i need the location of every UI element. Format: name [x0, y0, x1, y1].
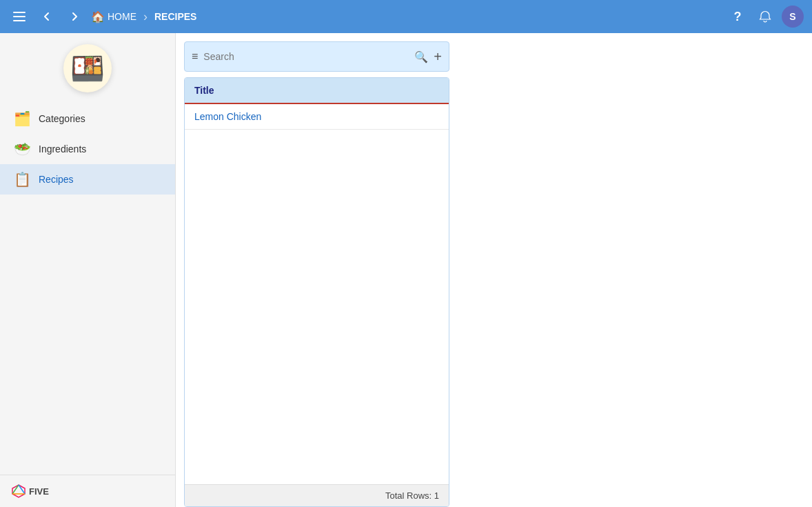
filter-icon[interactable]: ≡ — [192, 50, 198, 63]
table-header: Title — [185, 78, 449, 104]
sidebar-nav: 🗂️ Categories 🥗 Ingredients 📋 Recipes — [0, 103, 175, 475]
search-bar: ≡ 🔍 + — [184, 41, 449, 72]
sidebar-item-label-categories: Categories — [39, 113, 85, 124]
svg-rect-1 — [13, 16, 26, 17]
recipes-icon: 📋 — [14, 171, 30, 188]
total-rows-label: Total Rows: 1 — [385, 490, 439, 501]
search-icon[interactable]: 🔍 — [414, 50, 428, 63]
home-label: HOME — [108, 11, 136, 22]
home-icon: 🏠 — [91, 10, 105, 23]
recipes-table: Title Lemon Chicken Total Rows: 1 — [184, 77, 449, 507]
five-brand-label: FIVE — [29, 486, 49, 497]
app-logo-emoji: 🍱 — [70, 52, 105, 85]
column-title: Title — [185, 78, 449, 103]
sidebar-item-recipes[interactable]: 📋 Recipes — [0, 164, 175, 195]
notifications-button[interactable] — [754, 6, 776, 28]
five-logo-icon — [11, 484, 26, 499]
five-brand: FIVE — [11, 484, 49, 499]
ingredients-icon: 🥗 — [14, 141, 30, 157]
forward-button[interactable] — [63, 6, 85, 28]
sidebar-item-label-recipes: Recipes — [39, 174, 74, 185]
table-body: Lemon Chicken — [185, 104, 449, 484]
breadcrumb-separator: › — [143, 10, 148, 24]
current-page-label: RECIPES — [154, 11, 196, 22]
sidebar-logo: 🍱 — [0, 33, 175, 103]
back-button[interactable] — [36, 6, 58, 28]
help-button[interactable]: ? — [727, 6, 749, 28]
table-footer: Total Rows: 1 — [185, 484, 449, 506]
topbar-actions: ? S — [727, 6, 804, 28]
user-avatar[interactable]: S — [782, 6, 804, 28]
svg-rect-0 — [13, 12, 26, 13]
menu-button[interactable] — [8, 6, 30, 28]
avatar-label: S — [789, 11, 795, 22]
home-link[interactable]: 🏠 HOME — [91, 10, 136, 23]
svg-rect-2 — [13, 20, 26, 21]
app-layout: 🍱 🗂️ Categories 🥗 Ingredients 📋 Recipes — [0, 33, 812, 507]
sidebar-footer: FIVE — [0, 475, 175, 507]
sidebar: 🍱 🗂️ Categories 🥗 Ingredients 📋 Recipes — [0, 33, 176, 507]
cell-title: Lemon Chicken — [185, 104, 449, 129]
categories-icon: 🗂️ — [14, 110, 30, 127]
help-icon: ? — [734, 10, 742, 24]
sidebar-item-label-ingredients: Ingredients — [39, 143, 86, 155]
add-button[interactable]: + — [434, 49, 442, 65]
search-input[interactable] — [203, 51, 409, 62]
topbar: 🏠 HOME › RECIPES ? S — [0, 0, 812, 33]
sidebar-item-ingredients[interactable]: 🥗 Ingredients — [0, 134, 175, 164]
sidebar-item-categories[interactable]: 🗂️ Categories — [0, 103, 175, 134]
main-content: ≡ 🔍 + Title Lemon Chicken Total Rows: 1 — [176, 33, 812, 507]
table-row[interactable]: Lemon Chicken — [185, 104, 449, 130]
